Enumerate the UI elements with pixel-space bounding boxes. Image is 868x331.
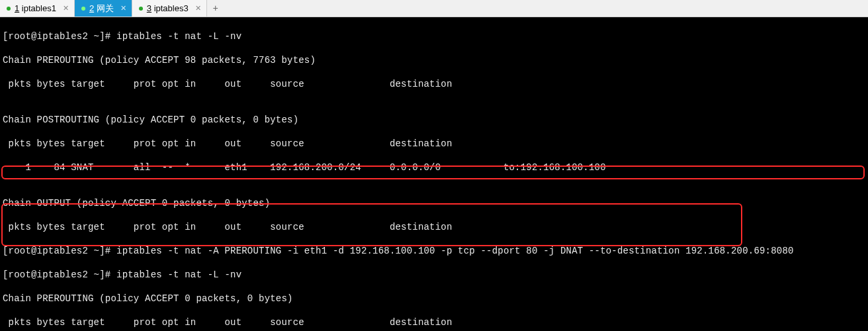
- status-dot-icon: [7, 7, 11, 11]
- terminal-line: Chain PREROUTING (policy ACCEPT 98 packe…: [3, 54, 865, 66]
- terminal-line: pkts bytes target prot opt in out source…: [3, 316, 865, 328]
- tab-iptables3[interactable]: 3 iptables3 ✕: [132, 0, 207, 17]
- terminal-line: pkts bytes target prot opt in out source…: [3, 221, 865, 233]
- terminal-line: Chain OUTPUT (policy ACCEPT 0 packets, 0…: [3, 197, 865, 209]
- terminal-output[interactable]: [root@iptables2 ~]# iptables -t nat -L -…: [0, 17, 868, 331]
- tab-number: 1: [15, 3, 19, 13]
- terminal-line: [root@iptables2 ~]# iptables -t nat -A P…: [3, 245, 865, 257]
- terminal-line: [root@iptables2 ~]# iptables -t nat -L -…: [3, 30, 865, 42]
- close-icon[interactable]: ✕: [118, 4, 126, 13]
- terminal-line: Chain POSTROUTING (policy ACCEPT 0 packe…: [3, 114, 865, 126]
- terminal-line: Chain PREROUTING (policy ACCEPT 0 packet…: [3, 293, 865, 305]
- status-dot-icon: [139, 7, 143, 11]
- close-icon[interactable]: ✕: [193, 4, 201, 13]
- new-tab-button[interactable]: +: [207, 0, 224, 17]
- close-icon[interactable]: ✕: [60, 4, 69, 13]
- tab-gateway[interactable]: 2 网关 ✕: [75, 0, 132, 17]
- tab-label: 网关: [97, 3, 114, 13]
- tab-bar: 1 iptables1 ✕ 2 网关 ✕ 3 iptables3 ✕ +: [0, 0, 868, 17]
- tab-label: iptables3: [154, 3, 189, 13]
- status-dot-icon: [81, 7, 85, 11]
- tab-iptables1[interactable]: 1 iptables1 ✕: [0, 0, 75, 17]
- tab-label: iptables1: [22, 3, 56, 13]
- terminal-line: pkts bytes target prot opt in out source…: [3, 78, 865, 90]
- tab-number: 2: [89, 3, 94, 13]
- terminal-line: pkts bytes target prot opt in out source…: [3, 138, 865, 150]
- tab-number: 3: [147, 3, 152, 13]
- terminal-line: [root@iptables2 ~]# iptables -t nat -L -…: [3, 269, 865, 281]
- terminal-line: 1 84 SNAT all -- * eth1 192.168.200.0/24…: [3, 162, 865, 173]
